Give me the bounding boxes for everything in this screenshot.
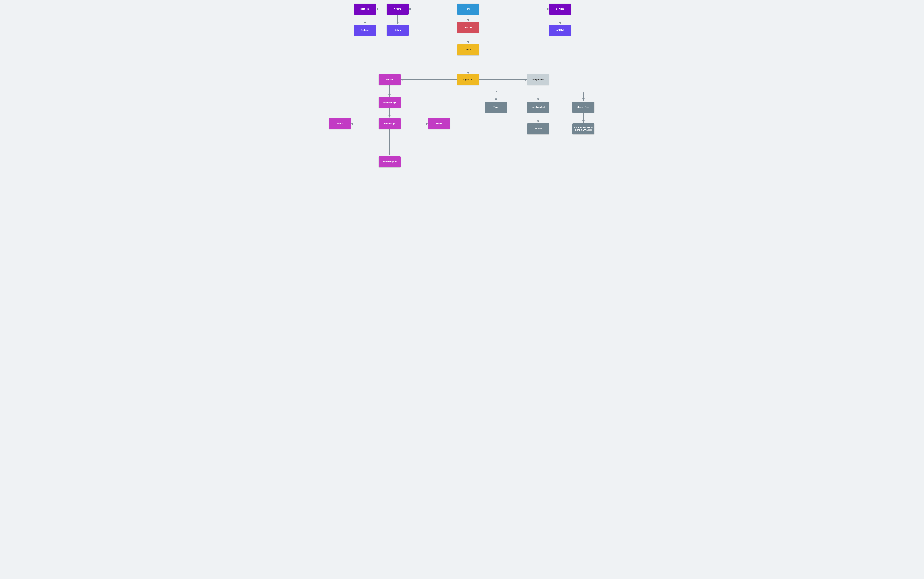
node-lightsout[interactable]: Lights Out <box>457 74 479 85</box>
node-actions[interactable]: Actions <box>387 3 409 15</box>
node-action[interactable]: Action <box>387 25 409 36</box>
node-screens[interactable]: Screens <box>378 74 401 85</box>
node-label: src <box>467 8 470 10</box>
node-services[interactable]: Services <box>549 3 571 15</box>
node-about[interactable]: About <box>329 118 351 129</box>
node-label: Reducer <box>361 29 369 31</box>
node-label: App.js <box>465 49 471 51</box>
node-indexjs[interactable]: index.js <box>457 22 479 33</box>
node-label: Services <box>556 8 564 10</box>
node-reducer[interactable]: Reducer <box>354 25 376 36</box>
node-apicall[interactable]: API Call <box>549 25 571 36</box>
node-components[interactable]: components <box>527 74 549 85</box>
node-label: Reducers <box>360 8 370 10</box>
node-landingpage[interactable]: Landing Page <box>378 97 401 108</box>
node-label: Lights Out <box>463 79 473 81</box>
node-search[interactable]: Search <box>428 118 450 129</box>
node-label: Search Field <box>577 106 589 108</box>
node-label: API Call <box>556 29 564 31</box>
node-searchfield[interactable]: Search Field <box>572 102 594 113</box>
node-label: Team <box>494 106 498 108</box>
node-src[interactable]: src <box>457 3 479 15</box>
node-label: components <box>532 79 544 81</box>
node-jobpostvar[interactable]: Job Post (Number of items may varied) <box>572 123 594 134</box>
node-label: Actions <box>394 8 401 10</box>
node-localjoblist[interactable]: Local Job List <box>527 102 549 113</box>
node-jobpost[interactable]: Job Post <box>527 123 549 134</box>
node-reducers[interactable]: Reducers <box>354 3 376 15</box>
diagram-canvas: Reducers Actions src Services Reducer Ac… <box>324 0 600 173</box>
node-label: Screens <box>386 79 393 81</box>
node-label: Job Post (Number of items may varied) <box>574 126 593 131</box>
node-label: index.js <box>464 26 472 29</box>
node-appjs[interactable]: App.js <box>457 44 479 56</box>
node-label: Action <box>394 29 401 31</box>
node-label: Local Job List <box>532 106 545 108</box>
node-team[interactable]: Team <box>485 102 507 113</box>
node-jobdesc[interactable]: Job Description <box>378 156 401 167</box>
node-label: Job Post <box>534 128 542 130</box>
node-label: About <box>337 123 343 125</box>
node-label: Landing Page <box>383 101 396 104</box>
node-homepage[interactable]: Home Page <box>378 118 401 129</box>
node-label: Home Page <box>384 123 395 125</box>
node-label: Job Description <box>382 161 397 163</box>
node-label: Search <box>436 123 442 125</box>
